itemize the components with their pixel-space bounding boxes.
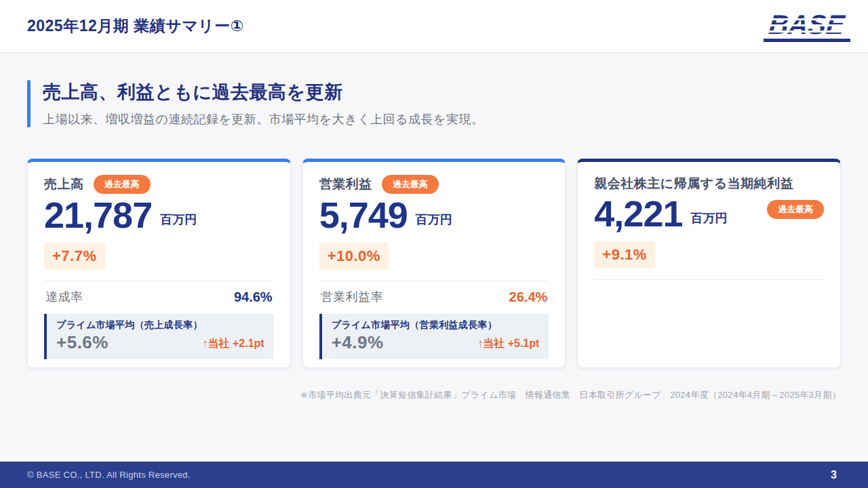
kpi-cards: 売上高 過去最高 21,787 百万円 +7.7% 達成率 94.6% プライム…	[27, 159, 841, 362]
headline-text: 売上高、利益ともに過去最高を更新 上場以来、増収増益の連続記録を更新。市場平均を…	[43, 80, 484, 127]
metric-row: 営業利益率 26.4%	[319, 289, 549, 305]
card-value: 4,221	[594, 195, 682, 232]
card-net-income: 親会社株主に帰属する当期純利益 4,221 百万円 過去最高 +9.1%	[577, 159, 841, 368]
card-revenue: 売上高 過去最高 21,787 百万円 +7.7% 達成率 94.6% プライム…	[27, 159, 291, 368]
record-high-badge: 過去最高	[767, 200, 824, 219]
card-value-row: 5,749 百万円	[319, 197, 549, 234]
metric-value: 26.4%	[509, 289, 548, 305]
card-title-row: 営業利益 過去最高	[319, 175, 549, 194]
card-title: 営業利益	[319, 176, 372, 193]
metric-row: 達成率 94.6%	[44, 289, 274, 305]
compare-diff: ↑当社 +5.1pt	[477, 337, 539, 353]
change-chip: +9.1%	[594, 241, 655, 268]
card-value: 5,749	[319, 197, 408, 234]
header-bar: 2025年12月期 業績サマリー① BASE	[0, 0, 868, 53]
compare-row: +5.6% ↑当社 +2.1pt	[56, 332, 264, 353]
card-value: 21,787	[44, 197, 152, 234]
metric-value: 94.6%	[234, 289, 273, 305]
headline-title: 売上高、利益ともに過去最高を更新	[43, 80, 484, 104]
logo-stripe	[764, 30, 850, 33]
compare-value: +5.6%	[56, 332, 108, 353]
card-unit: 百万円	[690, 210, 727, 232]
compare-row: +4.9% ↑当社 +5.1pt	[332, 332, 540, 353]
card-title: 親会社株主に帰属する当期純利益	[594, 175, 793, 192]
market-compare-box: プライム市場平均（営業利益成長率） +4.9% ↑当社 +5.1pt	[319, 314, 549, 359]
card-value-row: 21,787 百万円	[44, 197, 274, 234]
headline-section: 売上高、利益ともに過去最高を更新 上場以来、増収増益の連続記録を更新。市場平均を…	[27, 80, 841, 127]
base-logo-wordmark: BASE	[764, 11, 850, 38]
logo-stripe	[764, 24, 850, 26]
footer-bar: © BASE CO., LTD. All Rights Reserved. 3	[0, 462, 868, 488]
card-operating-profit: 営業利益 過去最高 5,749 百万円 +10.0% 営業利益率 26.4% プ…	[302, 159, 566, 368]
source-footnote: ※市場平均出典元「決算短信集計結果」プライム市場 情報通信業 日本取引所グループ…	[27, 389, 841, 401]
base-logo: BASE	[764, 11, 850, 42]
page-title: 2025年12月期 業績サマリー①	[27, 16, 244, 37]
record-high-badge: 過去最高	[94, 175, 151, 194]
card-value-row: 4,221 百万円 過去最高	[594, 195, 824, 232]
record-high-badge: 過去最高	[382, 175, 439, 194]
page-number: 3	[831, 469, 837, 481]
compare-diff: ↑当社 +2.1pt	[203, 337, 264, 353]
headline-subtitle: 上場以来、増収増益の連続記録を更新。市場平均を大きく上回る成長を実現。	[43, 111, 484, 127]
card-unit: 百万円	[160, 211, 197, 234]
logo-stripe	[764, 18, 850, 20]
metric-label: 達成率	[45, 289, 83, 305]
copyright-text: © BASE CO., LTD. All Rights Reserved.	[27, 470, 191, 480]
compare-value: +4.9%	[332, 332, 384, 353]
change-chip: +7.7%	[44, 243, 105, 270]
compare-label: プライム市場平均（営業利益成長率）	[332, 319, 540, 331]
card-title: 売上高	[44, 176, 84, 193]
market-compare-box: プライム市場平均（売上成長率） +5.6% ↑当社 +2.1pt	[44, 314, 274, 359]
card-title-row: 親会社株主に帰属する当期純利益	[594, 175, 824, 192]
card-unit: 百万円	[416, 211, 452, 234]
card-title-row: 売上高 過去最高	[44, 175, 274, 194]
change-chip: +10.0%	[319, 243, 389, 270]
compare-label: プライム市場平均（売上成長率）	[56, 319, 264, 331]
card-divider	[594, 279, 824, 280]
slide: 2025年12月期 業績サマリー① BASE 売上高、利益ともに過去最高を更新 …	[0, 0, 868, 488]
metric-label: 営業利益率	[321, 289, 384, 305]
card-divider	[319, 281, 549, 281]
card-divider	[44, 281, 274, 281]
headline-accent-bar	[27, 80, 31, 127]
